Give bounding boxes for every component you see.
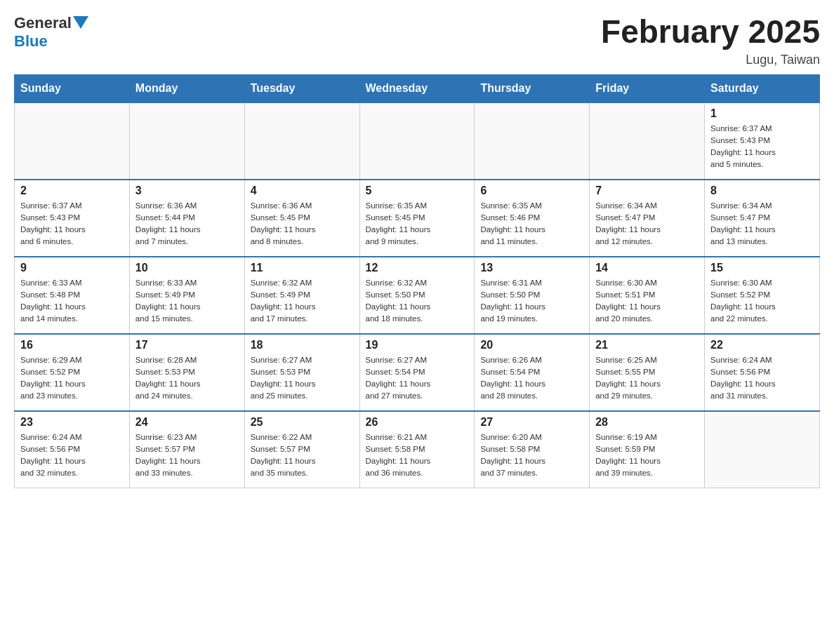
table-row: 21Sunrise: 6:25 AMSunset: 5:55 PMDayligh…: [590, 334, 705, 411]
calendar-title: February 2025: [601, 14, 820, 50]
title-section: February 2025 Lugu, Taiwan: [601, 14, 820, 67]
header-sunday: Sunday: [15, 74, 130, 102]
day-info: Sunrise: 6:24 AMSunset: 5:56 PMDaylight:…: [20, 431, 124, 480]
table-row: 7Sunrise: 6:34 AMSunset: 5:47 PMDaylight…: [590, 180, 705, 257]
day-info: Sunrise: 6:26 AMSunset: 5:54 PMDaylight:…: [480, 354, 583, 403]
day-info: Sunrise: 6:21 AMSunset: 5:58 PMDaylight:…: [366, 431, 469, 480]
calendar-table: Sunday Monday Tuesday Wednesday Thursday…: [14, 74, 820, 489]
table-row: [475, 102, 590, 180]
table-row: 3Sunrise: 6:36 AMSunset: 5:44 PMDaylight…: [129, 180, 244, 257]
table-row: [359, 102, 475, 180]
table-row: 10Sunrise: 6:33 AMSunset: 5:49 PMDayligh…: [129, 257, 244, 334]
day-number: 18: [251, 339, 354, 351]
day-number: 9: [20, 262, 124, 274]
day-info: Sunrise: 6:20 AMSunset: 5:58 PMDaylight:…: [480, 431, 583, 480]
table-row: 23Sunrise: 6:24 AMSunset: 5:56 PMDayligh…: [15, 411, 130, 488]
logo: General Blue: [14, 14, 88, 51]
header-friday: Friday: [590, 74, 705, 102]
day-info: Sunrise: 6:35 AMSunset: 5:45 PMDaylight:…: [366, 200, 469, 248]
table-row: 5Sunrise: 6:35 AMSunset: 5:45 PMDaylight…: [359, 180, 475, 257]
day-number: 14: [595, 262, 699, 274]
day-number: 7: [595, 185, 699, 197]
day-info: Sunrise: 6:27 AMSunset: 5:53 PMDaylight:…: [251, 354, 354, 403]
table-row: [705, 411, 820, 488]
header-monday: Monday: [129, 74, 244, 102]
logo-general-text: General: [14, 14, 72, 32]
day-info: Sunrise: 6:24 AMSunset: 5:56 PMDaylight:…: [710, 354, 814, 403]
table-row: [129, 102, 244, 180]
day-number: 22: [710, 339, 814, 351]
table-row: 17Sunrise: 6:28 AMSunset: 5:53 PMDayligh…: [129, 334, 244, 411]
header-tuesday: Tuesday: [244, 74, 359, 102]
day-number: 27: [480, 416, 583, 429]
day-info: Sunrise: 6:36 AMSunset: 5:45 PMDaylight:…: [251, 200, 354, 248]
table-row: 26Sunrise: 6:21 AMSunset: 5:58 PMDayligh…: [359, 411, 475, 488]
calendar-week-row: 9Sunrise: 6:33 AMSunset: 5:48 PMDaylight…: [15, 257, 820, 334]
calendar-week-row: 23Sunrise: 6:24 AMSunset: 5:56 PMDayligh…: [15, 411, 820, 488]
table-row: 16Sunrise: 6:29 AMSunset: 5:52 PMDayligh…: [15, 334, 130, 411]
calendar-week-row: 2Sunrise: 6:37 AMSunset: 5:43 PMDaylight…: [15, 180, 820, 257]
table-row: 18Sunrise: 6:27 AMSunset: 5:53 PMDayligh…: [244, 334, 359, 411]
table-row: 13Sunrise: 6:31 AMSunset: 5:50 PMDayligh…: [475, 257, 590, 334]
day-number: 28: [595, 416, 699, 429]
day-number: 3: [135, 185, 239, 197]
table-row: 2Sunrise: 6:37 AMSunset: 5:43 PMDaylight…: [15, 180, 130, 257]
header-thursday: Thursday: [475, 74, 590, 102]
table-row: 14Sunrise: 6:30 AMSunset: 5:51 PMDayligh…: [590, 257, 705, 334]
day-info: Sunrise: 6:19 AMSunset: 5:59 PMDaylight:…: [595, 431, 699, 480]
day-info: Sunrise: 6:25 AMSunset: 5:55 PMDaylight:…: [595, 354, 699, 403]
day-info: Sunrise: 6:32 AMSunset: 5:50 PMDaylight:…: [366, 277, 469, 326]
table-row: 9Sunrise: 6:33 AMSunset: 5:48 PMDaylight…: [15, 257, 130, 334]
day-number: 10: [135, 262, 239, 274]
table-row: 24Sunrise: 6:23 AMSunset: 5:57 PMDayligh…: [129, 411, 244, 488]
day-number: 16: [20, 339, 124, 351]
day-info: Sunrise: 6:27 AMSunset: 5:54 PMDaylight:…: [366, 354, 469, 403]
day-number: 1: [710, 107, 814, 120]
day-info: Sunrise: 6:30 AMSunset: 5:51 PMDaylight:…: [595, 277, 699, 326]
day-number: 24: [135, 416, 239, 429]
day-number: 21: [595, 339, 699, 351]
day-number: 11: [251, 262, 354, 274]
day-info: Sunrise: 6:34 AMSunset: 5:47 PMDaylight:…: [595, 200, 699, 248]
day-info: Sunrise: 6:33 AMSunset: 5:49 PMDaylight:…: [135, 277, 239, 326]
day-info: Sunrise: 6:32 AMSunset: 5:49 PMDaylight:…: [251, 277, 354, 326]
calendar-week-row: 1Sunrise: 6:37 AMSunset: 5:43 PMDaylight…: [15, 102, 820, 180]
day-info: Sunrise: 6:29 AMSunset: 5:52 PMDaylight:…: [20, 354, 124, 403]
header-saturday: Saturday: [705, 74, 820, 102]
day-number: 19: [366, 339, 469, 351]
day-info: Sunrise: 6:36 AMSunset: 5:44 PMDaylight:…: [135, 200, 239, 248]
day-number: 26: [366, 416, 469, 429]
day-info: Sunrise: 6:28 AMSunset: 5:53 PMDaylight:…: [135, 354, 239, 403]
day-info: Sunrise: 6:31 AMSunset: 5:50 PMDaylight:…: [480, 277, 583, 326]
svg-marker-0: [73, 16, 88, 29]
day-info: Sunrise: 6:35 AMSunset: 5:46 PMDaylight:…: [480, 200, 583, 248]
day-number: 12: [366, 262, 469, 274]
day-number: 4: [251, 185, 354, 197]
table-row: 25Sunrise: 6:22 AMSunset: 5:57 PMDayligh…: [244, 411, 359, 488]
table-row: 8Sunrise: 6:34 AMSunset: 5:47 PMDaylight…: [705, 180, 820, 257]
table-row: 15Sunrise: 6:30 AMSunset: 5:52 PMDayligh…: [705, 257, 820, 334]
table-row: 19Sunrise: 6:27 AMSunset: 5:54 PMDayligh…: [359, 334, 475, 411]
day-number: 2: [20, 185, 124, 197]
day-info: Sunrise: 6:37 AMSunset: 5:43 PMDaylight:…: [710, 123, 814, 171]
table-row: 11Sunrise: 6:32 AMSunset: 5:49 PMDayligh…: [244, 257, 359, 334]
day-info: Sunrise: 6:22 AMSunset: 5:57 PMDaylight:…: [251, 431, 354, 480]
day-info: Sunrise: 6:30 AMSunset: 5:52 PMDaylight:…: [710, 277, 814, 326]
table-row: 6Sunrise: 6:35 AMSunset: 5:46 PMDaylight…: [475, 180, 590, 257]
day-number: 25: [251, 416, 354, 429]
day-number: 13: [480, 262, 583, 274]
day-info: Sunrise: 6:33 AMSunset: 5:48 PMDaylight:…: [20, 277, 124, 326]
table-row: [15, 102, 130, 180]
day-info: Sunrise: 6:37 AMSunset: 5:43 PMDaylight:…: [20, 200, 124, 248]
day-number: 17: [135, 339, 239, 351]
table-row: 20Sunrise: 6:26 AMSunset: 5:54 PMDayligh…: [475, 334, 590, 411]
table-row: [244, 102, 359, 180]
table-row: 4Sunrise: 6:36 AMSunset: 5:45 PMDaylight…: [244, 180, 359, 257]
day-info: Sunrise: 6:23 AMSunset: 5:57 PMDaylight:…: [135, 431, 239, 480]
weekday-header-row: Sunday Monday Tuesday Wednesday Thursday…: [15, 74, 820, 102]
logo-blue-text: Blue: [14, 32, 48, 50]
table-row: 12Sunrise: 6:32 AMSunset: 5:50 PMDayligh…: [359, 257, 475, 334]
day-number: 6: [480, 185, 583, 197]
calendar-week-row: 16Sunrise: 6:29 AMSunset: 5:52 PMDayligh…: [15, 334, 820, 411]
day-number: 5: [366, 185, 469, 197]
